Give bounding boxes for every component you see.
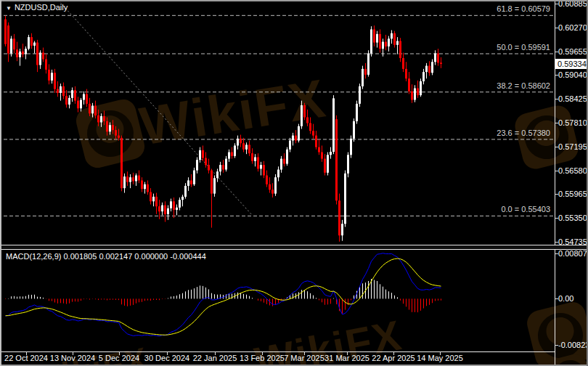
macd-panel-border — [0, 351, 555, 352]
time-axis-label: 22 Jan 2025 — [193, 354, 237, 362]
macd-axis-label: -0.008233 — [558, 340, 588, 350]
fib-level-label: 23.6 = 0.57380 — [497, 129, 550, 137]
panel-splitter[interactable] — [0, 245, 588, 250]
price-axis-label: 0.57810 — [558, 118, 587, 128]
time-axis-label: 31 Mar 2025 — [324, 354, 369, 362]
time-axis-label: 30 Dec 2024 — [144, 354, 189, 362]
time-axis-label: 13 Feb 2025 — [240, 354, 285, 362]
time-axis-label: 5 Dec 2024 — [99, 354, 139, 362]
window-border-left — [0, 0, 1, 366]
time-axis-label: 7 Mar 2025 — [284, 354, 324, 362]
current-price-badge: 0.59334 — [555, 59, 588, 69]
fib-level-label: 0.0 = 0.55403 — [501, 205, 550, 214]
chart-window: WikiFX WikiFX WikiFX ▼NZDUSD,Daily MACD(… — [0, 0, 588, 366]
time-axis-label: 22 Oct 2024 — [4, 354, 48, 362]
time-axis-label: 13 Nov 2024 — [50, 354, 95, 362]
symbol-title[interactable]: ▼NZDUSD,Daily — [6, 3, 68, 12]
fibonacci-lines[interactable] — [4, 15, 554, 216]
time-axis-label: 14 May 2025 — [417, 354, 463, 362]
macd-axis-label: 0.00 — [558, 293, 573, 304]
price-axis-label: 0.60270 — [558, 23, 587, 33]
price-axis-label: 0.57195 — [558, 142, 587, 152]
candlestick-series — [4, 16, 442, 242]
price-axis-label: 0.55965 — [558, 189, 587, 199]
window-border-top — [0, 0, 588, 1]
price-axis-separator[interactable] — [555, 1, 555, 365]
chevron-down-icon[interactable]: ▼ — [6, 5, 12, 12]
macd-values-label: MACD(12,26,9) 0.001805 0.002147 0.000000… — [6, 252, 206, 261]
macd-axis-label: 0.008073 — [558, 248, 588, 259]
descending-trendline[interactable] — [58, 0, 253, 216]
price-axis-label: 0.55350 — [558, 213, 587, 223]
price-chart-canvas[interactable] — [0, 0, 588, 366]
price-axis-label: 0.59040 — [558, 70, 587, 80]
fib-level-label: 61.8 = 0.60579 — [497, 4, 550, 13]
fib-level-label: 50.0 = 0.59591 — [497, 43, 550, 52]
time-axis-label: 22 Apr 2025 — [372, 354, 415, 362]
price-axis-label: 0.54735 — [558, 237, 587, 247]
price-axis-label: 0.56580 — [558, 166, 587, 176]
price-axis-label: 0.59655 — [558, 46, 587, 57]
symbol-title-label: NZDUSD,Daily — [15, 3, 68, 12]
price-axis-label: 0.58425 — [558, 94, 587, 104]
macd-indicator — [6, 253, 441, 336]
fib-level-label: 38.2 = 0.58602 — [497, 81, 550, 90]
